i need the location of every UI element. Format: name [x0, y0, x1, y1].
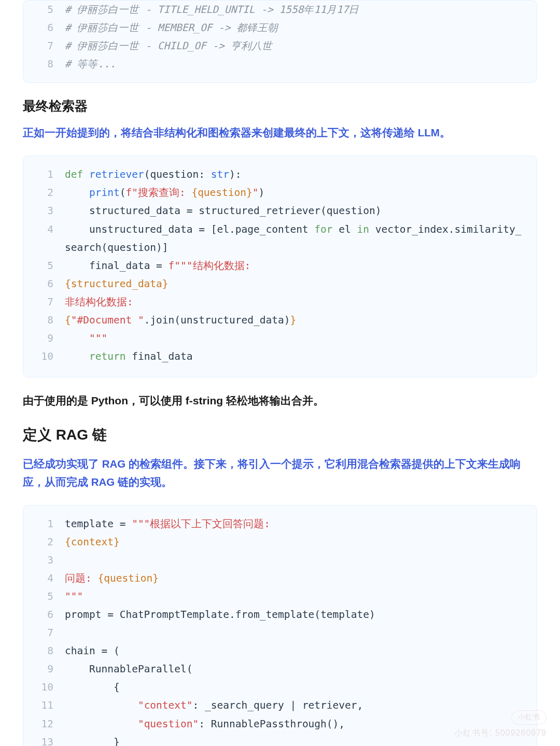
line-content: structured_data = structured_retriever(q… — [65, 202, 525, 220]
code-line: 3 structured_data = structured_retriever… — [35, 202, 525, 220]
line-number: 2 — [35, 184, 53, 202]
paragraph-fstring: 由于使用的是 Python，可以使用 f-string 轻松地将输出合并。 — [23, 392, 537, 410]
code-token: {context} — [65, 536, 120, 548]
line-number: 9 — [35, 329, 53, 347]
code-token: f"""结构化数据: — [169, 260, 251, 272]
line-number: 5 — [35, 1, 53, 19]
line-content: {context} — [65, 533, 525, 551]
line-number: 7 — [35, 624, 53, 642]
line-number: 3 — [35, 202, 53, 220]
code-token: RunnableParallel( — [65, 663, 193, 675]
code-line: 7非结构化数据: — [35, 293, 525, 311]
code-token: # 伊丽莎白一世 - MEMBER_OF -> 都铎王朝 — [65, 22, 278, 34]
code-token: el — [333, 223, 357, 235]
line-content: { — [65, 678, 525, 696]
code-token: retriever — [89, 168, 144, 180]
line-content: # 伊丽莎白一世 - MEMBER_OF -> 都铎王朝 — [65, 19, 525, 37]
code-line: 5""" — [35, 587, 525, 606]
code-token: "context" — [138, 699, 193, 711]
code-token: "#Document " — [71, 314, 144, 326]
code-line: 6{structured_data} — [35, 275, 525, 293]
code-line: 11 "context": _search_query | retriever, — [35, 696, 525, 714]
line-number: 6 — [35, 19, 53, 37]
line-content: def retriever(question: str): — [65, 165, 525, 184]
code-token — [65, 332, 89, 344]
code-token: def — [65, 168, 83, 180]
line-number: 6 — [35, 275, 53, 293]
code-token — [65, 187, 89, 199]
code-block-2: 1def retriever(question: str):2 print(f"… — [23, 156, 537, 377]
code-line: 9 RunnableParallel( — [35, 660, 525, 678]
code-token: return — [89, 350, 125, 362]
code-line: 1template = """根据以下上下文回答问题: — [35, 515, 525, 533]
code-token: prompt = ChatPromptTemplate.from_templat… — [65, 609, 375, 621]
code-token: ): — [229, 168, 241, 180]
line-content: RunnableParallel( — [65, 660, 525, 678]
code-line: 10 { — [35, 678, 525, 696]
line-number: 10 — [35, 678, 53, 696]
line-number: 8 — [35, 642, 53, 660]
code-token: print — [89, 187, 120, 199]
code-line: 9 """ — [35, 329, 525, 347]
line-content: return final_data — [65, 347, 525, 365]
code-token: # 伊丽莎白一世 - TITLE_HELD_UNTIL -> 1558年11月1… — [65, 4, 359, 16]
code-token: {question} — [97, 572, 158, 584]
code-line: 6prompt = ChatPromptTemplate.from_templa… — [35, 606, 525, 624]
code-token: in — [357, 223, 369, 235]
code-token — [65, 718, 138, 730]
code-token: ( — [120, 187, 126, 199]
line-content: """ — [65, 587, 525, 606]
code-line: 2{context} — [35, 533, 525, 551]
code-token — [65, 699, 138, 711]
line-content: """ — [65, 329, 525, 347]
code-token: : RunnablePassthrough(), — [199, 718, 345, 730]
code-token: .join(unstructured_data) — [144, 314, 290, 326]
code-token: """ — [65, 590, 83, 602]
code-token: final_data — [125, 350, 192, 362]
code-token: " — [253, 187, 259, 199]
heading-final-retriever: 最终检索器 — [23, 97, 537, 115]
code-token: # 等等... — [65, 58, 116, 70]
line-content: print(f"搜索查询: {question}") — [65, 184, 525, 202]
code-token: } — [65, 736, 120, 746]
code-token: str — [211, 168, 229, 180]
code-line: 13 } — [35, 733, 525, 746]
line-number: 11 — [35, 696, 53, 714]
line-content: prompt = ChatPromptTemplate.from_templat… — [65, 606, 525, 624]
code-token: structured_data = structured_retriever(q… — [65, 205, 382, 217]
code-token: template = — [65, 518, 132, 530]
line-number: 5 — [35, 257, 53, 275]
line-content: template = """根据以下上下文回答问题: — [65, 515, 525, 533]
line-content: # 等等... — [65, 55, 525, 73]
code-token: {structured_data} — [65, 278, 169, 290]
line-content: # 伊丽莎白一世 - TITLE_HELD_UNTIL -> 1558年11月1… — [65, 1, 525, 19]
code-token: 非结构化数据: — [65, 296, 133, 308]
code-line: 8chain = ( — [35, 642, 525, 660]
code-token: final_data = — [65, 260, 169, 272]
line-content: chain = ( — [65, 642, 525, 660]
code-line: 12 "question": RunnablePassthrough(), — [35, 715, 525, 733]
line-content: final_data = f"""结构化数据: — [65, 257, 525, 275]
code-token: """ — [89, 332, 107, 344]
heading-define-rag-chain: 定义 RAG 链 — [23, 425, 537, 445]
code-token: unstructured_data = [el.page_content — [65, 223, 314, 235]
line-number: 6 — [35, 606, 53, 624]
code-token: """根据以下上下文回答问题: — [132, 518, 270, 530]
code-token: } — [290, 314, 296, 326]
code-line: 6# 伊丽莎白一世 - MEMBER_OF -> 都铎王朝 — [35, 19, 525, 37]
code-line: 10 return final_data — [35, 347, 525, 365]
code-token: (question: — [144, 168, 211, 180]
code-line: 1def retriever(question: str): — [35, 165, 525, 184]
code-token: {question} — [191, 187, 252, 199]
code-token — [83, 168, 89, 180]
code-line: 4 unstructured_data = [el.page_content f… — [35, 220, 525, 257]
desc-final-retriever: 正如一开始提到的，将结合非结构化和图检索器来创建最终的上下文，这将传递给 LLM… — [23, 124, 537, 142]
line-number: 12 — [35, 715, 53, 733]
code-line: 4问题: {question} — [35, 569, 525, 587]
code-line: 3 — [35, 551, 525, 569]
code-line: 5# 伊丽莎白一世 - TITLE_HELD_UNTIL -> 1558年11月… — [35, 1, 525, 19]
line-number: 4 — [35, 220, 53, 257]
line-content — [65, 551, 525, 569]
line-number: 9 — [35, 660, 53, 678]
line-number: 4 — [35, 569, 53, 587]
